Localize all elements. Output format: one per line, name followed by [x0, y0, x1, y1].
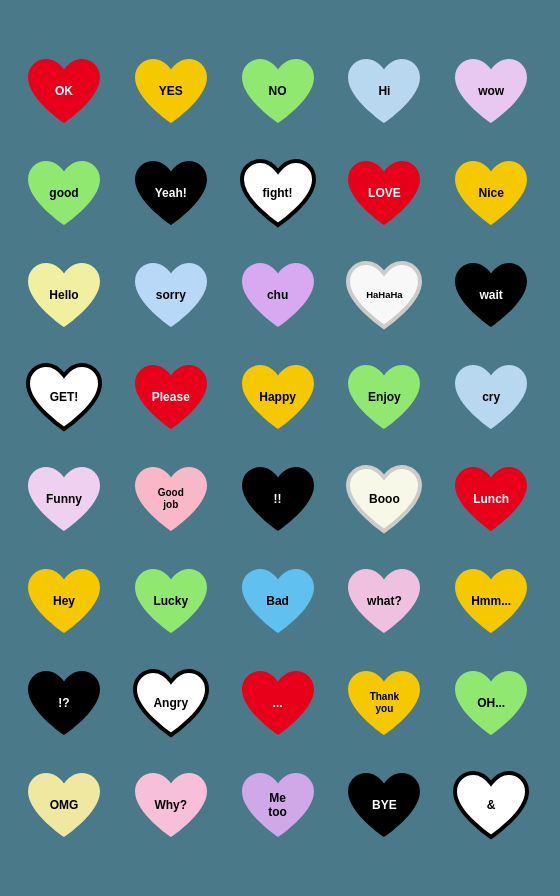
- heart-item-36[interactable]: Why?: [123, 757, 219, 853]
- heart-item-25[interactable]: Hey: [16, 553, 112, 649]
- heart-label-33: Thankyou: [368, 689, 401, 717]
- heart-label-20: Funny: [44, 490, 84, 508]
- heart-item-31[interactable]: Angry: [123, 655, 219, 751]
- heart-item-19[interactable]: cry: [443, 349, 539, 445]
- heart-item-28[interactable]: what?: [336, 553, 432, 649]
- heart-label-32: ...: [271, 694, 285, 712]
- heart-item-8[interactable]: LOVE: [336, 145, 432, 241]
- heart-item-32[interactable]: ...: [230, 655, 326, 751]
- heart-item-15[interactable]: GET!: [16, 349, 112, 445]
- heart-label-18: Enjoy: [366, 388, 403, 406]
- heart-item-12[interactable]: chu: [230, 247, 326, 343]
- heart-item-1[interactable]: YES: [123, 43, 219, 139]
- heart-label-39: &: [485, 796, 498, 814]
- heart-label-29: Hmm...: [469, 592, 513, 610]
- heart-item-37[interactable]: Metoo: [230, 757, 326, 853]
- heart-label-24: Lunch: [471, 490, 511, 508]
- heart-label-10: Hello: [47, 286, 80, 304]
- heart-label-17: Happy: [257, 388, 298, 406]
- heart-label-19: cry: [480, 388, 502, 406]
- heart-label-26: Lucky: [151, 592, 190, 610]
- heart-label-28: what?: [365, 592, 404, 610]
- heart-item-0[interactable]: OK: [16, 43, 112, 139]
- heart-label-30: !?: [56, 694, 71, 712]
- heart-label-15: GET!: [48, 388, 81, 406]
- heart-item-3[interactable]: Hi: [336, 43, 432, 139]
- heart-item-7[interactable]: fight!: [230, 145, 326, 241]
- heart-item-17[interactable]: Happy: [230, 349, 326, 445]
- heart-label-0: OK: [53, 82, 75, 100]
- heart-label-23: Booo: [367, 490, 402, 508]
- heart-label-11: sorry: [154, 286, 188, 304]
- heart-item-6[interactable]: Yeah!: [123, 145, 219, 241]
- heart-label-21: Goodjob: [156, 485, 186, 513]
- heart-item-18[interactable]: Enjoy: [336, 349, 432, 445]
- heart-item-10[interactable]: Hello: [16, 247, 112, 343]
- heart-label-25: Hey: [51, 592, 77, 610]
- heart-label-3: Hi: [376, 82, 392, 100]
- heart-item-27[interactable]: Bad: [230, 553, 326, 649]
- heart-label-14: wait: [478, 286, 505, 304]
- heart-label-34: OH...: [475, 694, 507, 712]
- emoji-grid: OKYESNOHiwowgoodYeah!fight!LOVENiceHello…: [0, 27, 560, 869]
- heart-item-11[interactable]: sorry: [123, 247, 219, 343]
- heart-label-8: LOVE: [366, 184, 403, 202]
- heart-item-21[interactable]: Goodjob: [123, 451, 219, 547]
- heart-label-1: YES: [157, 82, 185, 100]
- heart-item-23[interactable]: Booo: [336, 451, 432, 547]
- heart-label-36: Why?: [152, 796, 189, 814]
- heart-item-20[interactable]: Funny: [16, 451, 112, 547]
- heart-item-39[interactable]: &: [443, 757, 539, 853]
- heart-label-2: NO: [267, 82, 289, 100]
- heart-label-27: Bad: [264, 592, 291, 610]
- heart-item-33[interactable]: Thankyou: [336, 655, 432, 751]
- heart-label-6: Yeah!: [153, 184, 189, 202]
- heart-label-16: Please: [150, 388, 192, 406]
- heart-item-35[interactable]: OMG: [16, 757, 112, 853]
- heart-label-7: fight!: [261, 184, 295, 202]
- heart-item-2[interactable]: NO: [230, 43, 326, 139]
- heart-label-38: BYE: [370, 796, 399, 814]
- heart-label-37: Metoo: [266, 789, 289, 822]
- heart-item-24[interactable]: Lunch: [443, 451, 539, 547]
- heart-label-35: OMG: [48, 796, 81, 814]
- heart-label-13: HaHaHa: [364, 287, 404, 302]
- heart-item-22[interactable]: !!: [230, 451, 326, 547]
- heart-item-16[interactable]: Please: [123, 349, 219, 445]
- heart-item-13[interactable]: HaHaHa: [336, 247, 432, 343]
- heart-item-38[interactable]: BYE: [336, 757, 432, 853]
- heart-label-31: Angry: [151, 694, 190, 712]
- heart-item-4[interactable]: wow: [443, 43, 539, 139]
- heart-item-26[interactable]: Lucky: [123, 553, 219, 649]
- heart-item-5[interactable]: good: [16, 145, 112, 241]
- heart-label-22: !!: [272, 490, 284, 508]
- heart-label-4: wow: [476, 82, 506, 100]
- heart-item-29[interactable]: Hmm...: [443, 553, 539, 649]
- heart-item-30[interactable]: !?: [16, 655, 112, 751]
- heart-item-34[interactable]: OH...: [443, 655, 539, 751]
- heart-item-9[interactable]: Nice: [443, 145, 539, 241]
- heart-label-9: Nice: [477, 184, 506, 202]
- heart-label-5: good: [47, 184, 80, 202]
- heart-item-14[interactable]: wait: [443, 247, 539, 343]
- heart-label-12: chu: [265, 286, 290, 304]
